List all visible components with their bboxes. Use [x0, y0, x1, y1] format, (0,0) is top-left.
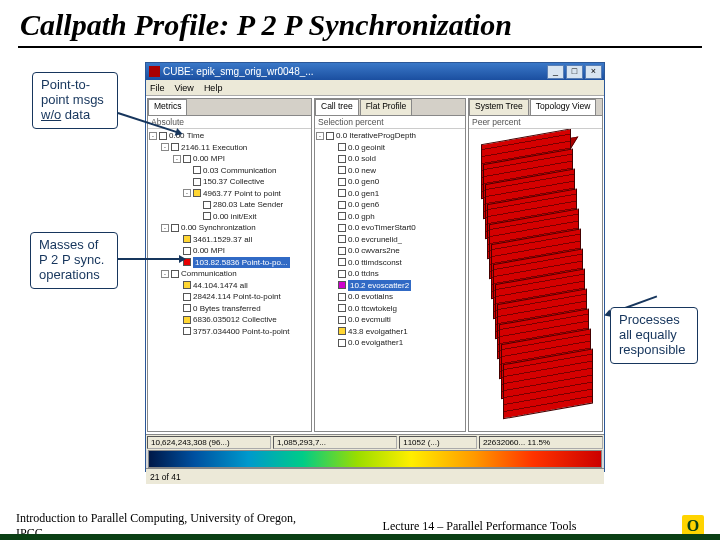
tree-label: 2146.11 Execution: [181, 142, 247, 154]
tab-topology[interactable]: Topology View: [530, 99, 597, 115]
tree-node[interactable]: 0.00 MPI: [149, 245, 310, 257]
tree-node[interactable]: -2146.11 Execution: [149, 142, 310, 154]
menu-help[interactable]: Help: [204, 83, 223, 93]
status-1: 10,624,243,308 (96...): [147, 436, 271, 449]
slide-title: Callpath Profile: P 2 P Synchronization: [0, 0, 720, 46]
metrics-mode[interactable]: Absolute: [148, 116, 311, 129]
tree-toggle-icon[interactable]: -: [149, 132, 157, 140]
close-button[interactable]: ×: [585, 65, 602, 79]
tab-metrics[interactable]: Metrics: [148, 99, 187, 115]
menu-view[interactable]: View: [175, 83, 194, 93]
tree-label: 28424.114 Point-to-point: [193, 291, 281, 303]
tree-label: 0.0 evcrunelid_: [348, 234, 402, 246]
footer-greenbar: [0, 534, 720, 540]
tree-node[interactable]: -0.00 MPI: [149, 153, 310, 165]
tree-node[interactable]: 0.0 evotialns: [316, 291, 464, 303]
tree-node[interactable]: 0.0 evoigather1: [316, 337, 464, 349]
tab-systemtree[interactable]: System Tree: [469, 99, 529, 115]
color-scale: [148, 450, 602, 468]
tree-toggle-icon[interactable]: -: [161, 270, 169, 278]
status-4: 22632060... 11.5%: [479, 436, 603, 449]
tree-node[interactable]: 6836.035012 Collective: [149, 314, 310, 326]
tree-node[interactable]: 0.0 geoinit: [316, 142, 464, 154]
tree-label: 4963.77 Point to point: [203, 188, 281, 200]
tab-flatprofile[interactable]: Flat Profile: [360, 99, 413, 115]
tree-node[interactable]: 0.0 new: [316, 165, 464, 177]
tree-node[interactable]: 0.0 ttdns: [316, 268, 464, 280]
tree-label: 3461.1529.37 all: [193, 234, 252, 246]
tree-node[interactable]: -0.0 IterativeProgDepth: [316, 130, 464, 142]
tree-node[interactable]: -4963.77 Point to point: [149, 188, 310, 200]
tree-node[interactable]: 0.0 cwvars2ne: [316, 245, 464, 257]
titlebar[interactable]: CUBE: epik_smg_orig_wr0048_... _ □ ×: [146, 63, 604, 80]
maximize-button[interactable]: □: [566, 65, 583, 79]
tree-node[interactable]: 0.0 gen0: [316, 176, 464, 188]
tree-node[interactable]: 43.8 evolgather1: [316, 326, 464, 338]
callout-masses: Masses of P 2 P sync. operations: [30, 232, 118, 289]
tree-node[interactable]: 280.03 Late Sender: [149, 199, 310, 211]
tree-node[interactable]: 3461.1529.37 all: [149, 234, 310, 246]
menubar: File View Help: [146, 80, 604, 96]
tree-toggle-icon[interactable]: -: [161, 224, 169, 232]
metric-color-icon: [338, 316, 346, 324]
tree-label: 0.00 init/Exit: [213, 211, 257, 223]
tree-node[interactable]: 0.0 evcmulti: [316, 314, 464, 326]
tree-toggle-icon[interactable]: -: [161, 143, 169, 151]
tree-node[interactable]: 0.0 gen6: [316, 199, 464, 211]
tree-node[interactable]: -Communication: [149, 268, 310, 280]
pane-metrics: Metrics Absolute -0.00 Time-2146.11 Exec…: [147, 98, 312, 432]
calltree-mode[interactable]: Selection percent: [315, 116, 465, 129]
metric-color-icon: [338, 258, 346, 266]
tree-node[interactable]: 0.0 ttcwtokelg: [316, 303, 464, 315]
tree-node[interactable]: 0.03 Communication: [149, 165, 310, 177]
title-rule: [18, 46, 702, 48]
tree-toggle-icon[interactable]: -: [316, 132, 324, 140]
page-number: 41: [663, 522, 674, 534]
tree-label: 0.00 Synchronization: [181, 222, 256, 234]
minimize-button[interactable]: _: [547, 65, 564, 79]
tree-label: 0.0 sold: [348, 153, 376, 165]
metrics-tree[interactable]: -0.00 Time-2146.11 Execution-0.00 MPI0.0…: [148, 129, 311, 431]
tree-node[interactable]: 0 Bytes transferred: [149, 303, 310, 315]
tree-label: 0.0 gen1: [348, 188, 379, 200]
tree-label: 0 Bytes transferred: [193, 303, 261, 315]
tree-label: 43.8 evolgather1: [348, 326, 408, 338]
metric-color-icon: [338, 143, 346, 151]
tree-label: 0.0 ttcwtokelg: [348, 303, 397, 315]
tree-label: Communication: [181, 268, 237, 280]
tree-node[interactable]: 0.0 evoTimerStart0: [316, 222, 464, 234]
tree-node[interactable]: 0.0 evcrunelid_: [316, 234, 464, 246]
tree-label: 0.0 evotialns: [348, 291, 393, 303]
tree-label: 150.37 Collective: [203, 176, 264, 188]
tree-node[interactable]: -0.00 Synchronization: [149, 222, 310, 234]
tree-node[interactable]: 44.104.1474 all: [149, 280, 310, 292]
system-mode[interactable]: Peer percent: [469, 116, 602, 129]
tree-node[interactable]: 150.37 Collective: [149, 176, 310, 188]
cube-app-icon: [149, 66, 160, 77]
metric-color-icon: [183, 281, 191, 289]
metric-color-icon: [338, 224, 346, 232]
tree-toggle-icon[interactable]: -: [173, 155, 181, 163]
tree-label: 0.0 ttimdsconst: [348, 257, 402, 269]
tree-node[interactable]: 0.0 sold: [316, 153, 464, 165]
tree-node[interactable]: 28424.114 Point-to-point: [149, 291, 310, 303]
metric-color-icon: [171, 270, 179, 278]
tree-node[interactable]: 0.0 gph: [316, 211, 464, 223]
cube-window: CUBE: epik_smg_orig_wr0048_... _ □ × Fil…: [145, 62, 605, 472]
tree-node[interactable]: 10.2 evoscatter2: [316, 280, 464, 292]
topology-view[interactable]: [469, 129, 602, 431]
metric-color-icon: [338, 304, 346, 312]
tree-label: 44.104.1474 all: [193, 280, 248, 292]
tree-node[interactable]: 0.0 gen1: [316, 188, 464, 200]
call-tree[interactable]: -0.0 IterativeProgDepth0.0 geoinit0.0 so…: [315, 129, 465, 431]
menu-file[interactable]: File: [150, 83, 165, 93]
metric-color-icon: [338, 327, 346, 335]
tab-calltree[interactable]: Call tree: [315, 99, 359, 115]
tree-node[interactable]: 0.00 init/Exit: [149, 211, 310, 223]
metric-color-icon: [183, 304, 191, 312]
metric-color-icon: [338, 166, 346, 174]
tree-node[interactable]: 3757.034400 Point-to-point: [149, 326, 310, 338]
tree-label: 0.0 ttdns: [348, 268, 379, 280]
tree-toggle-icon[interactable]: -: [183, 189, 191, 197]
tree-node[interactable]: 0.0 ttimdsconst: [316, 257, 464, 269]
